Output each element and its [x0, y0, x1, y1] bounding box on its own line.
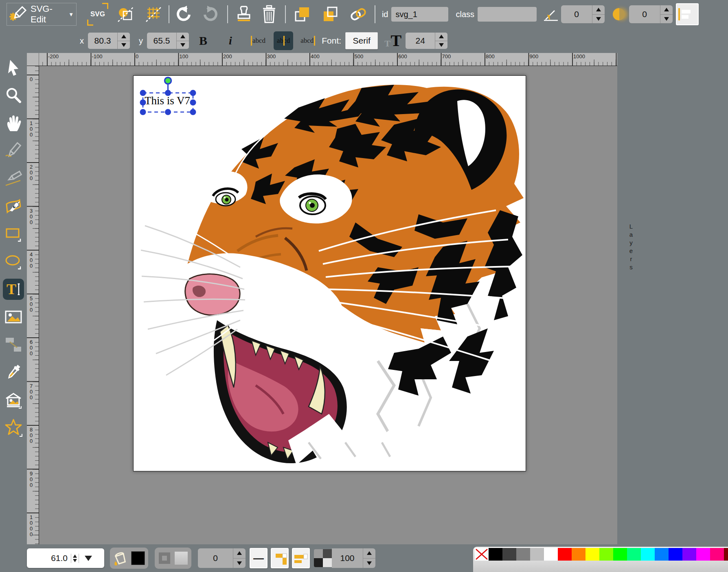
text-anchor-middle-button[interactable]: abcd: [274, 31, 293, 50]
opacity-down-button[interactable]: [363, 559, 375, 568]
tool-eyedropper[interactable]: [3, 362, 24, 383]
move-to-back-button[interactable]: [321, 5, 340, 23]
undo-button[interactable]: [174, 5, 192, 23]
opacity-up-button[interactable]: [363, 548, 375, 559]
palette-swatch[interactable]: [585, 548, 599, 561]
zoom-stepper[interactable]: [71, 554, 79, 563]
palette-swatch[interactable]: [655, 548, 669, 561]
palette-swatch-none[interactable]: [475, 548, 489, 561]
align-button[interactable]: [676, 3, 699, 25]
palette-swatch[interactable]: [489, 548, 502, 561]
clone-button[interactable]: [235, 5, 253, 23]
blur-value[interactable]: 0: [629, 5, 660, 23]
tools-sidebar: T: [0, 53, 27, 544]
font-size-value[interactable]: 24: [406, 33, 435, 49]
angle-down-button[interactable]: [592, 15, 605, 24]
stroke-linecap-button[interactable]: [292, 548, 310, 568]
y-up-button[interactable]: [177, 33, 189, 41]
source-editor-button[interactable]: SVG: [87, 3, 108, 26]
workarea[interactable]: This is V7: [39, 66, 617, 544]
h-ruler-label: 300: [267, 53, 276, 59]
y-value[interactable]: 65.5: [147, 33, 176, 49]
element-id-input[interactable]: [391, 7, 448, 22]
angle-up-button[interactable]: [592, 5, 605, 15]
tool-connector[interactable]: [3, 334, 24, 355]
angle-value[interactable]: 0: [561, 5, 592, 23]
tool-image[interactable]: [3, 306, 24, 328]
make-link-button[interactable]: [349, 5, 368, 23]
tool-star[interactable]: [3, 417, 24, 438]
svg-canvas[interactable]: This is V7: [133, 75, 526, 471]
tool-ellipse[interactable]: [3, 251, 24, 272]
size-down-button[interactable]: [435, 41, 447, 49]
stroke-width-down-button[interactable]: [233, 559, 246, 568]
h-ruler-label: -100: [92, 53, 103, 59]
move-to-front-button[interactable]: [293, 5, 312, 23]
main-menu-button[interactable]: SVG-Edit ▼: [7, 3, 77, 26]
palette-swatch[interactable]: [502, 548, 516, 561]
text-anchor-start-button[interactable]: abcd: [249, 31, 269, 50]
delete-button[interactable]: [261, 5, 278, 23]
palette-swatch[interactable]: [696, 548, 710, 561]
palette-swatch[interactable]: [530, 548, 544, 561]
fill-color-swatch[interactable]: [131, 551, 145, 565]
palette-swatch[interactable]: [544, 548, 558, 561]
stroke-color-swatch[interactable]: [174, 551, 188, 565]
v-ruler-label: 7 0 0: [30, 383, 33, 400]
tool-pan[interactable]: [3, 112, 24, 134]
palette-swatch[interactable]: [682, 548, 696, 561]
size-up-button[interactable]: [435, 33, 447, 41]
svg-edit-logo-icon: [9, 6, 27, 22]
italic-button[interactable]: i: [226, 32, 235, 50]
x-up-button[interactable]: [118, 33, 130, 41]
selected-text-element[interactable]: This is V7: [145, 95, 190, 107]
tool-rectangle[interactable]: [3, 223, 24, 244]
zoom-control[interactable]: 61.0: [27, 548, 104, 568]
palette-swatch[interactable]: [669, 548, 682, 561]
palette-swatch[interactable]: [613, 548, 627, 561]
zoom-value[interactable]: 61.0: [27, 553, 68, 563]
blur-up-button[interactable]: [660, 5, 673, 15]
opacity-value[interactable]: 100: [332, 548, 363, 568]
stroke-linejoin-button[interactable]: [271, 548, 289, 568]
palette-swatch[interactable]: [710, 548, 724, 561]
font-size-indicator: T T: [384, 32, 402, 50]
tool-shape-library[interactable]: [3, 389, 24, 411]
anchor-middle-icon: [283, 36, 285, 46]
palette-swatch[interactable]: [572, 548, 585, 561]
tiger-drawing: [134, 76, 526, 471]
palette-swatch[interactable]: [627, 548, 641, 561]
text-anchor-end-button[interactable]: abcd: [297, 31, 317, 50]
stroke-width-up-button[interactable]: [233, 548, 246, 559]
x-down-button[interactable]: [118, 41, 130, 49]
redo-button[interactable]: [202, 5, 220, 23]
y-down-button[interactable]: [177, 41, 189, 49]
grid-toggle-button[interactable]: [144, 5, 163, 23]
tool-zoom[interactable]: [3, 85, 24, 106]
bottom-toolbar: 61.0 0: [0, 544, 728, 572]
h-ruler-label: -200: [48, 53, 59, 59]
tool-path[interactable]: [3, 196, 24, 217]
blur-down-button[interactable]: [660, 15, 673, 24]
small-T-icon: T: [384, 38, 390, 49]
zoom-dropdown-icon[interactable]: [85, 556, 92, 561]
bold-button[interactable]: B: [196, 32, 210, 50]
palette-swatch[interactable]: [558, 548, 572, 561]
palette-swatch[interactable]: [724, 548, 728, 561]
palette-swatch[interactable]: [516, 548, 530, 561]
stroke-dash-button[interactable]: —: [250, 548, 268, 568]
main-toolbar: SVG-Edit ▼ SVG: [0, 0, 728, 29]
tool-text[interactable]: T: [3, 279, 24, 300]
tool-pencil[interactable]: [3, 140, 24, 161]
font-family-button[interactable]: Serif: [345, 32, 378, 49]
h-ruler-label: 1: [617, 53, 618, 59]
wireframe-mode-button[interactable]: [116, 5, 136, 23]
x-value[interactable]: 80.3: [88, 33, 117, 49]
layers-panel-tab[interactable]: Layers: [625, 223, 637, 271]
element-class-input[interactable]: [478, 7, 537, 22]
palette-swatch[interactable]: [599, 548, 613, 561]
stroke-width-value[interactable]: 0: [198, 548, 233, 568]
tool-select[interactable]: [3, 57, 24, 78]
tool-line[interactable]: [3, 168, 24, 189]
palette-swatch[interactable]: [641, 548, 655, 561]
